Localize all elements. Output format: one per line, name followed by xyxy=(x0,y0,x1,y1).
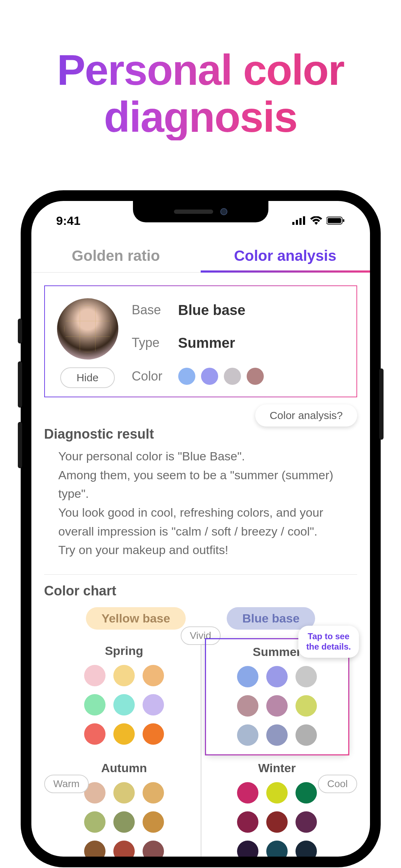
svg-rect-1 xyxy=(296,220,298,225)
axis-cool-label: Cool xyxy=(318,775,357,793)
yellow-base-pill: Yellow base xyxy=(86,607,186,630)
blue-base-pill: Blue base xyxy=(227,607,315,630)
season-spring[interactable]: Spring xyxy=(58,644,190,747)
color-chart-title: Color chart xyxy=(44,583,357,599)
tab-golden-ratio[interactable]: Golden ratio xyxy=(31,239,201,272)
swatch xyxy=(113,782,135,804)
status-time: 9:41 xyxy=(56,214,81,228)
swatch xyxy=(113,665,135,686)
phone-screen: 9:41 Golden ratio Color analysis xyxy=(31,201,370,857)
swatch xyxy=(84,841,106,857)
swatch xyxy=(143,665,164,686)
swatch xyxy=(143,782,164,804)
swatch xyxy=(143,841,164,857)
svg-rect-6 xyxy=(343,219,344,222)
swatch xyxy=(266,782,288,804)
swatch xyxy=(266,666,288,687)
color-dot xyxy=(224,368,241,385)
swatch xyxy=(237,811,258,833)
swatch xyxy=(237,666,258,687)
hero-title: Personal colordiagnosis xyxy=(0,0,401,140)
swatch xyxy=(295,695,317,717)
signal-icon xyxy=(292,216,306,225)
type-value: Summer xyxy=(178,335,346,351)
color-dot xyxy=(178,368,195,385)
swatch xyxy=(84,665,106,686)
diagnostic-result-title: Diagnostic result xyxy=(44,427,357,442)
color-analysis-help-button[interactable]: Color analysis? xyxy=(255,404,357,427)
axis-warm-label: Warm xyxy=(44,775,89,793)
diagnostic-result-body: Your personal color is "Blue Base". Amon… xyxy=(44,447,357,575)
swatch xyxy=(143,811,164,833)
swatch xyxy=(143,723,164,745)
swatch xyxy=(266,841,288,857)
swatch xyxy=(113,841,135,857)
swatch xyxy=(113,694,135,715)
swatch xyxy=(237,724,258,746)
swatch xyxy=(237,695,258,717)
color-label: Color xyxy=(132,369,178,384)
swatch xyxy=(84,811,106,833)
type-label: Type xyxy=(132,335,178,350)
color-dot xyxy=(247,368,264,385)
swatch xyxy=(295,666,317,687)
result-card: Hide Base Blue base Type Summer Color xyxy=(44,285,357,397)
swatch xyxy=(266,811,288,833)
swatch xyxy=(143,694,164,715)
swatch xyxy=(84,723,106,745)
swatch xyxy=(295,724,317,746)
season-summer[interactable]: Tap to seethe details. Summer xyxy=(205,638,349,755)
swatch xyxy=(295,841,317,857)
notch xyxy=(133,201,268,222)
tap-details-tooltip: Tap to seethe details. xyxy=(298,626,359,658)
color-chart: Yellow base Blue base Vivid Warm Cool Sp… xyxy=(44,607,357,857)
swatch xyxy=(266,695,288,717)
color-dots xyxy=(178,368,346,385)
svg-rect-0 xyxy=(292,222,294,225)
tab-color-analysis[interactable]: Color analysis xyxy=(201,239,370,272)
swatch xyxy=(266,724,288,746)
svg-rect-2 xyxy=(299,218,302,225)
base-label: Base xyxy=(132,303,178,317)
swatch xyxy=(295,811,317,833)
base-value: Blue base xyxy=(178,302,346,318)
phone-frame: 9:41 Golden ratio Color analysis xyxy=(21,190,381,867)
color-dot xyxy=(201,368,218,385)
swatch xyxy=(237,782,258,804)
swatch xyxy=(295,782,317,804)
swatch xyxy=(113,723,135,745)
wifi-icon xyxy=(310,216,322,225)
swatch xyxy=(84,694,106,715)
hide-button[interactable]: Hide xyxy=(60,367,115,388)
svg-rect-3 xyxy=(303,216,305,225)
svg-rect-5 xyxy=(328,218,341,223)
avatar[interactable] xyxy=(56,297,120,361)
swatch xyxy=(113,811,135,833)
swatch xyxy=(237,841,258,857)
tabbar: Golden ratio Color analysis xyxy=(31,239,370,273)
battery-icon xyxy=(327,216,345,225)
